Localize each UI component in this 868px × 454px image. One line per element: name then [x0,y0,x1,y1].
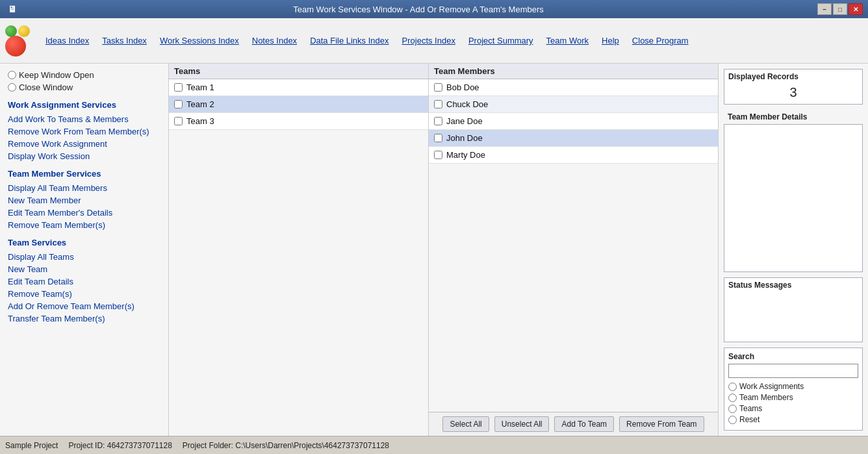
menu-item-tasks-index[interactable]: Tasks Index [97,33,152,48]
member-checkbox[interactable] [434,151,442,159]
member-row[interactable]: Jane Doe [429,113,718,130]
work-assignment-links: Add Work To Teams & MembersRemove Work F… [8,113,160,162]
title-bar: 🖥 Team Work Services Window - Add Or Rem… [0,0,868,18]
search-input[interactable] [728,364,858,378]
footer-btn-unselect-all[interactable]: Unselect All [494,416,550,432]
member-checkbox[interactable] [434,100,442,108]
team-label: Team 3 [186,116,214,126]
teams-panel-header: Teams [169,64,428,79]
team-services-heading: Team Services [8,238,160,247]
sidebar: Keep Window Open Close Window Work Assig… [0,64,169,436]
minimize-button[interactable]: – [817,3,832,15]
team-member-details-label: Team Member Details [724,110,863,124]
logo-dot-yellow [18,25,30,37]
menu-item-data-file-links-index[interactable]: Data File Links Index [305,33,394,48]
work-assignment-services-heading: Work Assignment Services [8,100,160,110]
member-checkbox[interactable] [434,134,442,142]
member-checkbox[interactable] [434,83,442,92]
close-window-label[interactable]: Close Window [19,82,73,92]
menu-item-team-work[interactable]: Team Work [541,33,594,48]
footer-btn-remove-from-team[interactable]: Remove From Team [619,416,704,432]
sidebar-link-display-all-team-members[interactable]: Display All Team Members [8,182,160,194]
team-member-details-container: Team Member Details [724,110,863,272]
member-row[interactable]: Bob Doe [429,79,718,96]
search-radio-team-members[interactable] [728,394,737,402]
teams-panel: Teams Team 1Team 2Team 3 [169,64,429,436]
sidebar-link-add-work-to-teams--members[interactable]: Add Work To Teams & Members [8,113,160,125]
sidebar-link-new-team[interactable]: New Team [8,263,160,275]
menu-item-projects-index[interactable]: Projects Index [397,33,461,48]
sidebar-link-display-all-teams[interactable]: Display All Teams [8,251,160,263]
team-label: Team 1 [186,82,214,92]
member-label: John Doe [446,133,483,143]
search-radio-row: Team Members [728,393,858,402]
displayed-records-label: Displayed Records [728,72,858,81]
menu-item-work-sessions-index[interactable]: Work Sessions Index [155,33,244,48]
maximize-button[interactable]: □ [833,3,847,15]
logo [5,25,30,57]
search-radio-row: Teams [728,404,858,413]
keep-window-label[interactable]: Keep Window Open [19,70,94,80]
sidebar-link-edit-team-members-details[interactable]: Edit Team Member's Details [8,207,160,219]
members-list: Bob DoeChuck DoeJane DoeJohn DoeMarty Do… [429,79,718,412]
menu-bar: Ideas IndexTasks IndexWork Sessions Inde… [0,18,868,64]
member-label: Jane Doe [446,116,483,126]
search-radio-label: Team Members [739,393,793,402]
sidebar-link-new-team-member[interactable]: New Team Member [8,194,160,207]
menu-item-ideas-index[interactable]: Ideas Index [40,33,94,48]
sidebar-link-add-or-remove-team-members[interactable]: Add Or Remove Team Member(s) [8,300,160,312]
member-label: Marty Doe [446,150,485,160]
team-row[interactable]: Team 2 [169,96,428,113]
status-bar: Sample Project Project ID: 4642737370711… [0,436,868,454]
sidebar-link-remove-team-members[interactable]: Remove Team Member(s) [8,219,160,231]
search-box: Search Work AssignmentsTeam MembersTeams… [724,347,863,431]
team-services-links: Display All TeamsNew TeamEdit Team Detai… [8,251,160,325]
member-label: Bob Doe [446,82,479,92]
search-radio-row: Reset [728,415,858,424]
member-checkbox[interactable] [434,117,442,125]
members-footer: Select AllUnselect AllAdd To TeamRemove … [429,412,718,436]
window-mode-group: Keep Window Open Close Window [8,70,160,92]
sidebar-link-display-work-session[interactable]: Display Work Session [8,150,160,162]
search-radio-label: Work Assignments [739,382,804,391]
search-radio-reset[interactable] [728,416,737,424]
sidebar-link-remove-work-assignment[interactable]: Remove Work Assignment [8,138,160,150]
search-label: Search [728,352,858,361]
menu-item-project-summary[interactable]: Project Summary [463,33,539,48]
sidebar-link-remove-teams[interactable]: Remove Team(s) [8,288,160,300]
status-project-id: Project ID: 464273737071128 [68,441,172,450]
logo-dot-red [5,36,26,57]
search-radio-work-assignments[interactable] [728,383,737,391]
menu-item-close-program[interactable]: Close Program [627,33,694,48]
keep-window-radio[interactable] [8,71,16,79]
search-radio-teams[interactable] [728,405,737,413]
window-controls: – □ ✕ [817,3,863,15]
status-messages-label: Status Messages [724,278,862,292]
members-panel: Team Members Bob DoeChuck DoeJane DoeJoh… [429,64,719,436]
team-label: Team 2 [186,99,214,109]
status-project: Sample Project [5,441,58,450]
sidebar-link-transfer-team-members[interactable]: Transfer Team Member(s) [8,312,160,325]
menu-item-help[interactable]: Help [596,33,624,48]
team-row[interactable]: Team 3 [169,113,428,130]
member-row[interactable]: Marty Doe [429,147,718,164]
main-content: Keep Window Open Close Window Work Assig… [0,64,868,436]
team-checkbox[interactable] [174,100,183,108]
status-folder: Project Folder: C:\Users\Darren\Projects… [183,441,389,450]
footer-btn-select-all[interactable]: Select All [442,416,489,432]
window-title: Team Work Services Window - Add Or Remov… [19,5,817,14]
search-radio-row: Work Assignments [728,382,858,391]
sidebar-link-edit-team-details[interactable]: Edit Team Details [8,275,160,288]
team-checkbox[interactable] [174,117,183,125]
win-icon: 🖥 [5,3,19,15]
close-window-radio-row: Close Window [8,82,160,92]
team-row[interactable]: Team 1 [169,79,428,96]
member-row[interactable]: Chuck Doe [429,96,718,113]
close-window-radio[interactable] [8,83,16,92]
menu-item-notes-index[interactable]: Notes Index [247,33,302,48]
close-button[interactable]: ✕ [849,3,863,15]
team-checkbox[interactable] [174,83,183,92]
sidebar-link-remove-work-from-team-members[interactable]: Remove Work From Team Member(s) [8,125,160,138]
footer-btn-add-to-team[interactable]: Add To Team [554,416,614,432]
member-row[interactable]: John Doe [429,130,718,147]
